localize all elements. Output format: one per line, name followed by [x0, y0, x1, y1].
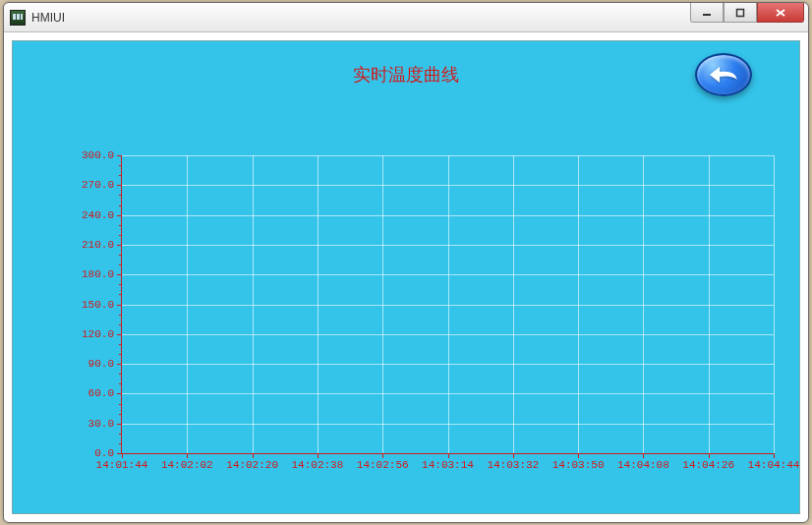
y-tick-minor	[119, 284, 122, 285]
y-tick-minor	[119, 374, 122, 375]
y-axis-label: 300.0	[82, 149, 114, 161]
minimize-icon	[702, 8, 712, 18]
gridline-vertical	[578, 155, 579, 453]
x-axis-label: 14:02:38	[291, 459, 343, 471]
y-axis-label: 180.0	[82, 268, 114, 280]
close-icon	[775, 8, 786, 18]
x-axis-label: 14:02:56	[357, 459, 409, 471]
app-window: HMIUI 实时温度曲线 0.030.060.090.0120.0	[3, 2, 809, 523]
x-tick	[513, 453, 514, 458]
y-axis-label: 60.0	[88, 387, 114, 399]
y-tick-minor	[119, 354, 122, 355]
gridline-vertical	[643, 155, 644, 453]
y-tick	[117, 245, 122, 246]
minimize-button[interactable]	[690, 3, 724, 23]
y-tick-minor	[119, 315, 122, 316]
app-icon	[10, 10, 26, 26]
y-tick	[117, 215, 122, 216]
gridline-vertical	[318, 155, 319, 453]
x-tick	[774, 453, 775, 458]
back-arrow-icon	[706, 64, 741, 86]
x-axis-label: 14:01:44	[96, 459, 148, 471]
y-axis-label: 270.0	[82, 179, 114, 191]
back-button[interactable]	[695, 53, 752, 96]
y-tick	[117, 274, 122, 275]
y-tick	[117, 393, 122, 394]
y-tick-minor	[119, 195, 122, 196]
y-tick-minor	[119, 344, 122, 345]
x-axis-label: 14:04:26	[682, 459, 734, 471]
y-tick-minor	[119, 264, 122, 265]
y-tick-minor	[119, 165, 122, 166]
x-axis-label: 14:04:08	[617, 459, 669, 471]
x-tick	[578, 453, 579, 458]
y-tick-minor	[119, 175, 122, 176]
y-tick-minor	[119, 255, 122, 256]
x-axis-label: 14:04:44	[748, 459, 800, 471]
y-tick	[117, 185, 122, 186]
y-tick-minor	[119, 434, 122, 435]
y-tick-minor	[119, 225, 122, 226]
close-button[interactable]	[757, 3, 804, 23]
y-axis-label: 0.0	[94, 447, 114, 459]
y-tick	[117, 364, 122, 365]
window-controls	[690, 3, 804, 23]
y-tick-minor	[119, 205, 122, 206]
gridline-vertical	[382, 155, 383, 453]
titlebar[interactable]: HMIUI	[4, 3, 808, 32]
x-axis-label: 14:02:02	[161, 459, 213, 471]
y-tick-minor	[119, 324, 122, 325]
client-area: 实时温度曲线 0.030.060.090.0120.0150.0180.0210…	[12, 40, 800, 514]
series-line	[122, 453, 513, 454]
y-tick-minor	[119, 235, 122, 236]
page-title: 实时温度曲线	[13, 63, 799, 87]
maximize-button[interactable]	[724, 3, 757, 23]
svg-rect-1	[737, 9, 744, 16]
y-tick	[117, 334, 122, 335]
gridline-vertical	[709, 155, 710, 453]
y-tick	[117, 305, 122, 306]
y-tick-minor	[119, 294, 122, 295]
plot-area: 0.030.060.090.0120.0150.0180.0210.0240.0…	[121, 155, 774, 454]
gridline-vertical	[513, 155, 514, 453]
gridline-vertical	[253, 155, 254, 453]
x-tick	[643, 453, 644, 458]
y-tick	[117, 424, 122, 425]
x-axis-label: 14:02:20	[226, 459, 278, 471]
x-tick	[709, 453, 710, 458]
y-axis-label: 30.0	[88, 418, 114, 430]
y-tick-minor	[119, 443, 122, 444]
temperature-chart: 0.030.060.090.0120.0150.0180.0210.0240.0…	[66, 155, 778, 478]
y-axis-label: 240.0	[82, 209, 114, 221]
window-title: HMIUI	[31, 11, 65, 25]
gridline-vertical	[448, 155, 449, 453]
y-tick-minor	[119, 414, 122, 415]
y-tick	[117, 155, 122, 156]
y-axis-label: 90.0	[88, 358, 114, 370]
x-axis-label: 14:03:32	[487, 459, 539, 471]
y-tick-minor	[119, 383, 122, 384]
gridline-vertical	[187, 155, 188, 453]
y-axis-label: 150.0	[82, 299, 114, 311]
y-tick-minor	[119, 404, 122, 405]
x-axis-label: 14:03:50	[552, 459, 605, 471]
y-axis-label: 210.0	[82, 239, 114, 251]
gridline-vertical	[774, 155, 775, 453]
y-axis-label: 120.0	[82, 328, 114, 340]
maximize-icon	[735, 8, 745, 18]
x-axis-label: 14:03:14	[422, 459, 474, 471]
